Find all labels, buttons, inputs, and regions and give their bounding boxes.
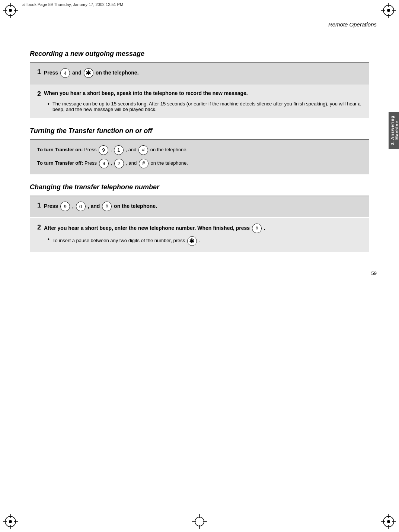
transfer-on-key9: 9 <box>99 145 108 155</box>
transfer-box: To turn Transfer on: Press 9 , 1 , and #… <box>30 139 369 174</box>
changing-step-number-2: 2 <box>37 224 41 231</box>
recording-step2-content: 2 When you hear a short beep, speak into… <box>37 90 362 98</box>
transfer-off-key2: 2 <box>114 159 124 168</box>
changing-step1-box: 1 Press 9 , 0 , and # on the telephone. <box>30 196 369 217</box>
changing-step2-bullet: To insert a pause between any two digits… <box>48 236 362 246</box>
svg-point-19 <box>387 520 390 523</box>
key-4-button: 4 <box>60 68 70 78</box>
svg-point-1 <box>9 9 12 12</box>
changing-step2-text: After you hear a short beep, enter the n… <box>44 224 265 233</box>
svg-point-7 <box>387 9 390 12</box>
transfer-off-row: To turn Transfer off: Press 9 , 2 , and … <box>37 159 362 168</box>
section-title-transfer: Turning the Transfer function on or off <box>30 127 369 135</box>
changing-step2-box: 2 After you hear a short beep, enter the… <box>30 218 369 252</box>
svg-point-13 <box>9 520 12 523</box>
changing-step1-text: Press 9 , 0 , and # on the telephone. <box>44 202 157 211</box>
page-number: 59 <box>0 267 399 280</box>
changing-step2-keyhash: # <box>252 224 262 233</box>
section-title-changing: Changing the transfer telephone number <box>30 183 369 191</box>
transfer-off-key9: 9 <box>99 159 109 168</box>
changing-key0: 0 <box>76 202 86 211</box>
page-header: Remote Operations <box>0 11 399 31</box>
transfer-on-row: To turn Transfer on: Press 9 , 1 , and #… <box>37 145 362 155</box>
changing-key9: 9 <box>60 202 70 211</box>
recording-step2-box: 2 When you hear a short beep, speak into… <box>30 85 369 118</box>
file-info: all.book Page 59 Thursday, January 17, 2… <box>0 0 399 9</box>
recording-step2-text: When you hear a short beep, speak into t… <box>44 90 248 96</box>
transfer-on-keyhash: # <box>138 145 148 155</box>
step-number-2: 2 <box>37 90 41 98</box>
changing-step2-content: 2 After you hear a short beep, enter the… <box>37 224 362 233</box>
transfer-on-key1: 1 <box>114 145 124 155</box>
main-content: Recording a new outgoing message 1 Press… <box>0 31 399 267</box>
key-star-button: ✱ <box>84 68 93 78</box>
recording-step1-box: 1 Press 4 and ✱ on the telephone. <box>30 62 369 84</box>
recording-step2-bullet: The message can be up to 15 seconds long… <box>48 101 362 112</box>
changing-step1-content: 1 Press 9 , 0 , and # on the telephone. <box>37 202 362 211</box>
svg-point-24 <box>195 517 204 526</box>
recording-step1-text: Press 4 and ✱ on the telephone. <box>44 68 139 78</box>
recording-step1-content: 1 Press 4 and ✱ on the telephone. <box>37 68 362 78</box>
changing-step-number-1: 1 <box>37 202 41 209</box>
step-number-1: 1 <box>37 68 41 76</box>
changing-bullet-keystar: ✱ <box>187 236 197 246</box>
transfer-off-keyhash: # <box>139 159 149 168</box>
section-title-recording: Recording a new outgoing message <box>30 50 369 58</box>
changing-keyhash: # <box>102 202 112 211</box>
